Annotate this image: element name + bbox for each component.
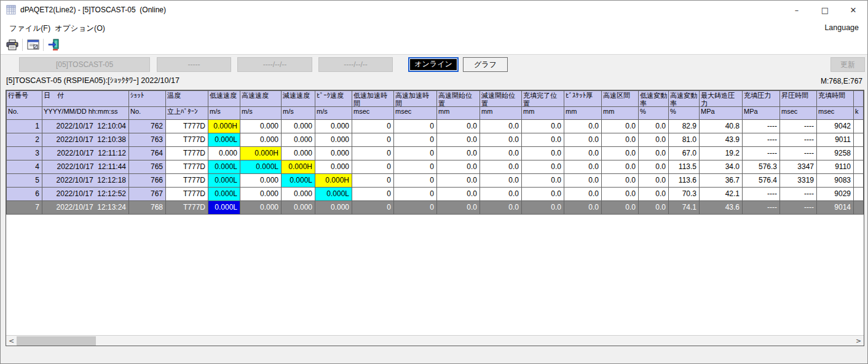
- horizontal-scrollbar[interactable]: < >: [6, 335, 864, 346]
- table-cell[interactable]: 0.0: [480, 133, 522, 147]
- close-button[interactable]: ✕: [839, 1, 867, 19]
- table-cell[interactable]: 0: [394, 160, 437, 174]
- table-cell[interactable]: 762: [129, 120, 166, 133]
- table-cell[interactable]: ----: [780, 120, 817, 133]
- table-cell[interactable]: 0: [352, 174, 394, 188]
- table-cell[interactable]: 0.0: [602, 147, 639, 160]
- table-cell[interactable]: T777D: [166, 174, 208, 188]
- table-cell[interactable]: 0.000: [240, 120, 282, 133]
- table-cell[interactable]: 0.000: [282, 120, 315, 133]
- table-cell[interactable]: 0: [352, 147, 394, 160]
- table-cell[interactable]: 113.5: [669, 160, 700, 174]
- table-cell[interactable]: 0.000: [240, 133, 282, 147]
- blank-button[interactable]: -----: [157, 57, 231, 72]
- table-cell[interactable]: 0.0: [564, 133, 602, 147]
- table-cell[interactable]: 0.0: [639, 120, 669, 133]
- table-cell[interactable]: 42.1: [700, 188, 743, 201]
- table-cell[interactable]: 2022/10/17 12:11:44: [42, 160, 129, 174]
- maximize-button[interactable]: □: [811, 1, 839, 19]
- menu-item-options[interactable]: オプション(O): [51, 22, 109, 35]
- table-cell[interactable]: 36.7: [700, 174, 743, 188]
- table-cell[interactable]: 2022/10/17 12:10:38: [42, 133, 129, 147]
- machine-button[interactable]: [05]TOSCAST-05: [19, 57, 150, 72]
- table-cell[interactable]: 0.0: [437, 188, 480, 201]
- table-cell[interactable]: 576.4: [743, 174, 780, 188]
- table-cell[interactable]: 0.0: [564, 188, 602, 201]
- table-cell[interactable]: 0.000: [315, 120, 352, 133]
- table-cell[interactable]: 0.0: [602, 174, 639, 188]
- table-row[interactable]: 42022/10/17 12:11:44765T777D0.000L0.000L…: [7, 160, 864, 174]
- table-cell[interactable]: [854, 120, 864, 133]
- table-cell[interactable]: 0: [394, 147, 437, 160]
- table-cell[interactable]: 40.8: [700, 120, 743, 133]
- table-cell[interactable]: T777D: [166, 120, 208, 133]
- table-cell[interactable]: 0.0: [522, 160, 564, 174]
- table-cell[interactable]: 9110: [817, 160, 854, 174]
- table-cell[interactable]: 0.000: [208, 147, 240, 160]
- table-cell[interactable]: 2022/10/17 12:12:18: [42, 174, 129, 188]
- table-cell[interactable]: 0.0: [437, 147, 480, 160]
- graph-button[interactable]: グラフ: [463, 57, 508, 72]
- table-cell[interactable]: T777D: [166, 133, 208, 147]
- print-preview-button[interactable]: [25, 38, 41, 52]
- table-cell[interactable]: 0.000L: [315, 188, 352, 201]
- table-cell[interactable]: 9083: [817, 174, 854, 188]
- table-cell[interactable]: 4: [7, 160, 42, 174]
- table-cell[interactable]: T777D: [166, 160, 208, 174]
- table-cell[interactable]: 765: [129, 160, 166, 174]
- table-cell[interactable]: 0.0: [480, 174, 522, 188]
- table-cell[interactable]: 9029: [817, 188, 854, 201]
- menu-item-file[interactable]: ファイル(F): [6, 22, 54, 35]
- scroll-thumb[interactable]: [17, 336, 96, 346]
- table-cell[interactable]: 0.0: [639, 188, 669, 201]
- table-cell[interactable]: 0.0: [602, 201, 639, 215]
- table-cell[interactable]: 0.000: [240, 188, 282, 201]
- table-cell[interactable]: 2: [7, 133, 42, 147]
- table-cell[interactable]: 767: [129, 188, 166, 201]
- table-cell[interactable]: 0.000H: [282, 160, 315, 174]
- table-cell[interactable]: 0.000: [315, 160, 352, 174]
- table-cell[interactable]: 5: [7, 174, 42, 188]
- table-cell[interactable]: 0.000H: [315, 174, 352, 188]
- table-cell[interactable]: 0.0: [564, 201, 602, 215]
- table-cell[interactable]: [854, 133, 864, 147]
- online-button[interactable]: オンライン: [408, 57, 459, 72]
- table-cell[interactable]: 764: [129, 147, 166, 160]
- table-cell[interactable]: 70.3: [669, 188, 700, 201]
- scroll-right-button[interactable]: >: [853, 336, 864, 346]
- table-cell[interactable]: 0.000L: [208, 133, 240, 147]
- menu-item-language[interactable]: Language: [822, 22, 861, 33]
- table-cell[interactable]: 766: [129, 174, 166, 188]
- table-cell[interactable]: 0.0: [522, 120, 564, 133]
- table-cell[interactable]: 19.2: [700, 147, 743, 160]
- table-cell[interactable]: 2022/10/17 12:11:12: [42, 147, 129, 160]
- table-cell[interactable]: 2022/10/17 12:12:52: [42, 188, 129, 201]
- table-cell[interactable]: 0.0: [480, 188, 522, 201]
- table-cell[interactable]: 0.0: [639, 174, 669, 188]
- update-button[interactable]: 更新: [831, 57, 865, 72]
- table-cell[interactable]: 0.0: [480, 160, 522, 174]
- table-cell[interactable]: 6: [7, 188, 42, 201]
- table-cell[interactable]: 0.000L: [240, 160, 282, 174]
- table-cell[interactable]: 0.0: [639, 201, 669, 215]
- table-cell[interactable]: 0.0: [437, 133, 480, 147]
- table-cell[interactable]: 0.0: [437, 160, 480, 174]
- table-cell[interactable]: 0.0: [437, 174, 480, 188]
- table-cell[interactable]: 0.000H: [208, 120, 240, 133]
- exit-button[interactable]: [46, 38, 62, 52]
- table-cell[interactable]: 74.1: [669, 201, 700, 215]
- table-cell[interactable]: 0.000: [315, 147, 352, 160]
- table-cell[interactable]: 0.000: [282, 201, 315, 215]
- table-cell[interactable]: 763: [129, 133, 166, 147]
- table-cell[interactable]: 0.0: [522, 201, 564, 215]
- date-from-button[interactable]: ----/--/--: [237, 57, 312, 72]
- table-cell[interactable]: T777D: [166, 147, 208, 160]
- table-cell[interactable]: 0.0: [480, 201, 522, 215]
- table-cell[interactable]: 0: [352, 160, 394, 174]
- table-cell[interactable]: 3319: [780, 174, 817, 188]
- table-cell[interactable]: 0.000: [315, 133, 352, 147]
- table-row[interactable]: 52022/10/17 12:12:18766T777D0.000L0.0000…: [7, 174, 864, 188]
- minimize-button[interactable]: –: [783, 1, 811, 19]
- table-cell[interactable]: 1: [7, 120, 42, 133]
- table-cell[interactable]: 0.0: [480, 147, 522, 160]
